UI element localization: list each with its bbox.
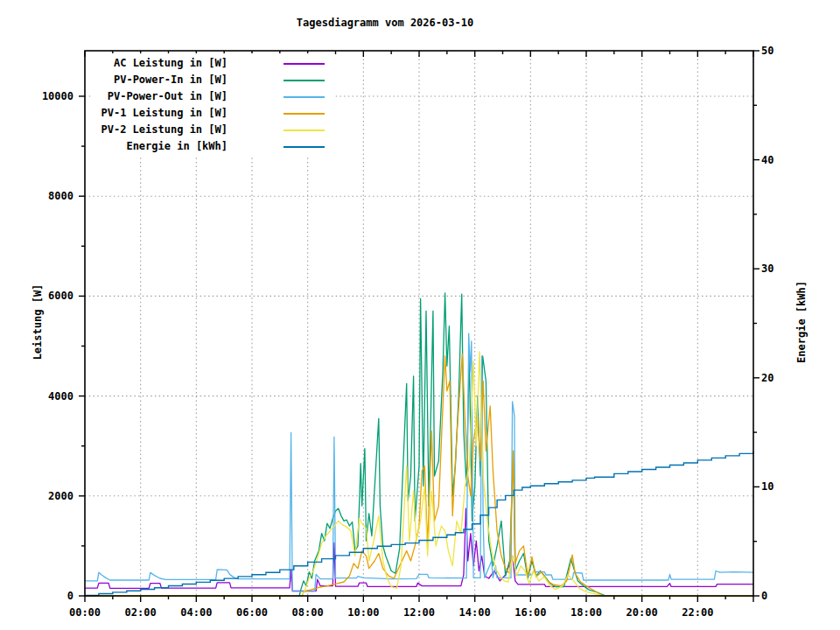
y-left-tick-label: 10000	[21, 90, 74, 102]
series-line-pv-power-in-in-w	[85, 293, 753, 596]
legend-swatch-pv-power-in-in-w	[284, 80, 325, 81]
x-tick-label: 16:00	[506, 606, 555, 619]
legend-label-pv-power-in-in-w: PV-Power-In in [W]	[35, 74, 228, 86]
legend-label-pv-1-leistung-in-w: PV-1 Leistung in [W]	[35, 107, 228, 119]
x-tick-label: 10:00	[339, 606, 388, 619]
chart-canvas: Tagesdiagramm vom 2026-03-10 Leistung [W…	[0, 0, 840, 630]
y-left-tick-label: 2000	[21, 490, 74, 502]
x-tick-label: 06:00	[228, 606, 276, 619]
chart-title: Tagesdiagramm vom 2026-03-10	[297, 17, 473, 29]
y-left-tick-label: 0	[21, 590, 74, 602]
x-tick-label: 18:00	[562, 606, 611, 619]
legend-swatch-pv-1-leistung-in-w	[284, 113, 325, 115]
right-axis-title: Energie [kWh]	[795, 226, 808, 418]
x-tick-label: 02:00	[116, 606, 165, 619]
y-right-tick-label: 0	[761, 590, 800, 602]
x-tick-label: 12:00	[395, 606, 444, 619]
y-right-tick-label: 50	[761, 45, 800, 57]
legend-label-energie-in-kwh: Energie in [kWh]	[35, 140, 228, 152]
x-tick-label: 20:00	[618, 606, 667, 619]
legend-swatch-pv-2-leistung-in-w	[284, 130, 325, 131]
y-right-tick-label: 30	[761, 262, 800, 275]
y-left-tick-label: 6000	[21, 290, 74, 302]
y-right-tick-label: 20	[761, 372, 800, 384]
legend-swatch-energie-in-kwh	[284, 146, 325, 148]
legend-swatch-ac-leistung-in-w	[284, 63, 325, 65]
legend-label-ac-leistung-in-w: AC Leistung in [W]	[35, 57, 228, 69]
x-tick-label: 14:00	[451, 606, 500, 619]
x-tick-label: 08:00	[284, 606, 332, 619]
y-right-tick-label: 10	[761, 480, 800, 493]
legend-label-pv-2-leistung-in-w: PV-2 Leistung in [W]	[35, 123, 228, 136]
y-right-tick-label: 40	[761, 154, 800, 166]
y-left-tick-label: 8000	[21, 190, 74, 202]
x-tick-label: 22:00	[673, 606, 722, 619]
y-left-tick-label: 4000	[21, 390, 74, 402]
legend-swatch-pv-power-out-in-w	[284, 96, 325, 98]
x-tick-label: 00:00	[60, 606, 109, 619]
x-tick-label: 04:00	[172, 606, 220, 619]
